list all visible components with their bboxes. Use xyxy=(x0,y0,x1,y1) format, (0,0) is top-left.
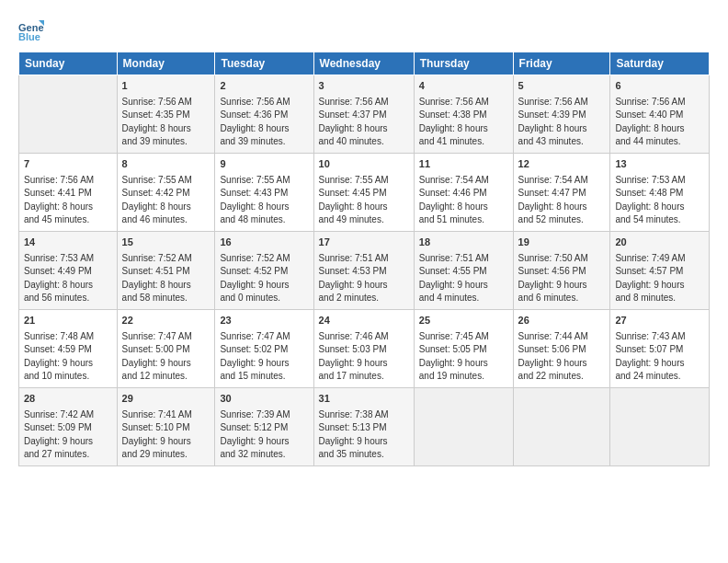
day-info-line: Daylight: 9 hours xyxy=(518,279,606,293)
day-info-line: Daylight: 8 hours xyxy=(122,201,210,214)
header-thursday: Thursday xyxy=(414,52,513,75)
day-info-line: Sunset: 4:35 PM xyxy=(122,109,210,122)
day-info-line: and 10 minutes. xyxy=(24,370,112,384)
day-info-line: Daylight: 9 hours xyxy=(615,279,704,293)
day-info-line: and 4 minutes. xyxy=(419,292,508,305)
day-info-line: Sunrise: 7:38 AM xyxy=(319,408,409,422)
day-info-line: and 29 minutes. xyxy=(122,448,210,462)
day-info-line: Sunrise: 7:52 AM xyxy=(122,252,210,266)
day-info-line: Sunrise: 7:54 AM xyxy=(419,174,508,188)
day-info-line: Sunrise: 7:51 AM xyxy=(319,252,409,266)
day-info-line: Daylight: 9 hours xyxy=(615,357,704,371)
cal-cell: 13Sunrise: 7:53 AMSunset: 4:48 PMDayligh… xyxy=(610,153,710,231)
day-info-line: and 32 minutes. xyxy=(220,448,308,462)
day-info-line: Sunset: 4:52 PM xyxy=(220,265,308,279)
day-info-line: Sunset: 4:46 PM xyxy=(419,187,508,201)
cal-cell: 28Sunrise: 7:42 AMSunset: 5:09 PMDayligh… xyxy=(19,387,118,465)
day-info-line: Sunset: 4:37 PM xyxy=(319,109,409,122)
cal-cell: 31Sunrise: 7:38 AMSunset: 5:13 PMDayligh… xyxy=(313,387,414,465)
day-info-line: and 35 minutes. xyxy=(319,448,409,462)
day-info-line: and 58 minutes. xyxy=(122,292,210,305)
day-info-line: and 56 minutes. xyxy=(24,292,112,305)
cal-cell xyxy=(610,387,710,465)
logo-icon: General Blue xyxy=(18,17,44,42)
cal-cell: 26Sunrise: 7:44 AMSunset: 5:06 PMDayligh… xyxy=(513,309,610,387)
day-number: 20 xyxy=(615,236,704,250)
day-info-line: and 19 minutes. xyxy=(419,370,508,384)
day-number: 2 xyxy=(220,79,308,94)
day-number: 22 xyxy=(122,314,210,328)
day-number: 23 xyxy=(220,314,308,328)
cal-cell: 11Sunrise: 7:54 AMSunset: 4:46 PMDayligh… xyxy=(414,153,513,231)
day-number: 30 xyxy=(220,392,308,407)
day-info-line: Sunrise: 7:39 AM xyxy=(220,408,308,422)
day-number: 14 xyxy=(24,236,112,250)
day-info-line: and 46 minutes. xyxy=(122,213,210,227)
cal-cell: 10Sunrise: 7:55 AMSunset: 4:45 PMDayligh… xyxy=(313,153,414,231)
day-number: 7 xyxy=(24,157,112,172)
day-info-line: Sunset: 5:05 PM xyxy=(419,343,508,357)
day-number: 29 xyxy=(122,392,210,407)
day-info-line: and 27 minutes. xyxy=(24,448,112,462)
day-info-line: Sunrise: 7:56 AM xyxy=(615,96,704,109)
cal-cell: 18Sunrise: 7:51 AMSunset: 4:55 PMDayligh… xyxy=(414,231,513,309)
cal-cell: 19Sunrise: 7:50 AMSunset: 4:56 PMDayligh… xyxy=(513,231,610,309)
day-number: 4 xyxy=(419,79,508,94)
cal-cell: 23Sunrise: 7:47 AMSunset: 5:02 PMDayligh… xyxy=(215,309,313,387)
day-info-line: Daylight: 8 hours xyxy=(518,201,606,214)
day-info-line: Daylight: 8 hours xyxy=(615,122,704,136)
day-number: 3 xyxy=(319,79,409,94)
cal-cell: 29Sunrise: 7:41 AMSunset: 5:10 PMDayligh… xyxy=(117,387,215,465)
day-info-line: Sunset: 4:49 PM xyxy=(24,265,112,279)
day-info-line: and 39 minutes. xyxy=(220,135,308,149)
day-info-line: Sunrise: 7:46 AM xyxy=(319,330,409,344)
day-number: 19 xyxy=(518,236,606,250)
cal-cell xyxy=(19,75,118,154)
day-info-line: Sunset: 4:51 PM xyxy=(122,265,210,279)
day-info-line: Sunset: 4:36 PM xyxy=(220,109,308,122)
day-info-line: Sunset: 5:02 PM xyxy=(220,343,308,357)
day-info-line: and 12 minutes. xyxy=(122,370,210,384)
cal-cell: 17Sunrise: 7:51 AMSunset: 4:53 PMDayligh… xyxy=(313,231,414,309)
day-info-line: Sunset: 4:53 PM xyxy=(319,265,409,279)
header: General Blue xyxy=(18,17,710,42)
day-info-line: Daylight: 9 hours xyxy=(220,357,308,371)
week-row-1: 1Sunrise: 7:56 AMSunset: 4:35 PMDaylight… xyxy=(19,75,710,154)
day-info-line: Sunrise: 7:47 AM xyxy=(122,330,210,344)
logo: General Blue xyxy=(18,17,48,42)
day-info-line: Sunrise: 7:56 AM xyxy=(220,96,308,109)
day-info-line: Sunrise: 7:52 AM xyxy=(220,252,308,266)
cal-cell: 27Sunrise: 7:43 AMSunset: 5:07 PMDayligh… xyxy=(610,309,710,387)
day-info-line: Sunset: 5:00 PM xyxy=(122,343,210,357)
day-info-line: Sunset: 4:59 PM xyxy=(24,343,112,357)
cal-cell xyxy=(513,387,610,465)
day-info-line: and 40 minutes. xyxy=(319,135,409,149)
day-info-line: and 8 minutes. xyxy=(615,292,704,305)
day-info-line: and 2 minutes. xyxy=(319,292,409,305)
header-monday: Monday xyxy=(117,52,215,75)
day-info-line: Sunset: 5:03 PM xyxy=(319,343,409,357)
day-number: 27 xyxy=(615,314,704,328)
day-number: 16 xyxy=(220,236,308,250)
header-friday: Friday xyxy=(513,52,610,75)
day-info-line: Daylight: 9 hours xyxy=(319,279,409,293)
cal-cell: 2Sunrise: 7:56 AMSunset: 4:36 PMDaylight… xyxy=(215,75,313,154)
day-info-line: and 43 minutes. xyxy=(518,135,606,149)
day-info-line: Sunset: 4:43 PM xyxy=(220,187,308,201)
cal-cell: 20Sunrise: 7:49 AMSunset: 4:57 PMDayligh… xyxy=(610,231,710,309)
day-info-line: Daylight: 9 hours xyxy=(122,357,210,371)
day-info-line: Sunrise: 7:42 AM xyxy=(24,408,112,422)
cal-cell: 15Sunrise: 7:52 AMSunset: 4:51 PMDayligh… xyxy=(117,231,215,309)
day-number: 9 xyxy=(220,157,308,172)
day-info-line: Daylight: 8 hours xyxy=(615,201,704,214)
day-info-line: Sunrise: 7:53 AM xyxy=(615,174,704,188)
day-info-line: Sunset: 5:13 PM xyxy=(319,421,409,435)
day-info-line: Sunset: 5:10 PM xyxy=(122,421,210,435)
cal-cell: 5Sunrise: 7:56 AMSunset: 4:39 PMDaylight… xyxy=(513,75,610,154)
day-info-line: Sunset: 4:57 PM xyxy=(615,265,704,279)
day-number: 28 xyxy=(24,392,112,407)
header-tuesday: Tuesday xyxy=(215,52,313,75)
day-info-line: and 6 minutes. xyxy=(518,292,606,305)
day-info-line: and 0 minutes. xyxy=(220,292,308,305)
day-number: 21 xyxy=(24,314,112,328)
